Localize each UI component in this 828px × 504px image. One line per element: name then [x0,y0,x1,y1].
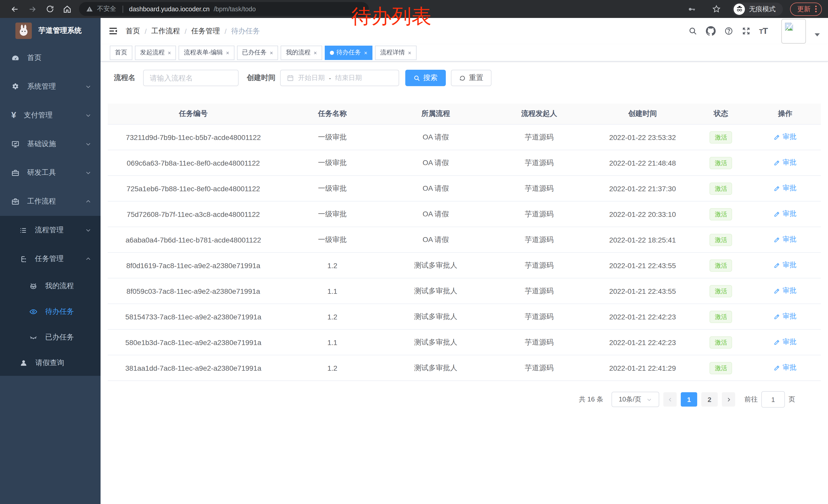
user-icon [19,359,28,367]
approve-link[interactable]: 审批 [774,338,796,347]
breadcrumb-workflow[interactable]: 工作流程 [151,27,180,36]
breadcrumb-home[interactable]: 首页 [126,27,140,36]
address-bar[interactable]: 不安全 dashboard.yudao.iocoder.cn/bpm/task/… [79,2,369,16]
bookmark-star-icon[interactable] [707,2,725,16]
task-time: 2022-01-21 22:42:23 [592,329,692,355]
avatar-dropdown-caret[interactable] [815,33,820,36]
forward-icon[interactable] [24,2,41,16]
approve-link[interactable]: 审批 [774,261,796,270]
approve-link[interactable]: 审批 [774,184,796,193]
approve-link[interactable]: 审批 [774,312,796,321]
next-page-button[interactable] [722,392,735,407]
task-process: 测试多审批人 [386,329,486,355]
approve-link[interactable]: 审批 [774,286,796,295]
search-icon[interactable] [688,27,697,35]
close-icon[interactable]: × [314,49,317,56]
task-name: 一级审批 [279,227,386,253]
table-row: 381aa1dd-7ac8-11ec-a9e2-a2380e71991a 1.2… [108,355,821,381]
incognito-icon [734,3,745,15]
goto-page-input[interactable] [761,391,785,408]
avatar[interactable] [781,19,806,43]
process-name-label: 流程名 [114,73,135,83]
task-process: 测试多审批人 [386,304,486,329]
task-name: 一级审批 [279,150,386,176]
task-id: 58154733-7ac8-11ec-a9e2-a2380e71991a [108,304,279,329]
sidebar-item-process-mgmt[interactable]: 流程管理 [0,216,100,244]
page-size-select[interactable]: 10条/页 [612,392,659,407]
page-button-1[interactable]: 1 [681,392,697,407]
annotation-todo-list: 待办列表 [351,3,431,30]
task-id: 069c6a63-7b8a-11ec-8ef0-acde48001122 [108,150,279,176]
sidebar-item-label: 工作流程 [27,197,56,206]
approve-link[interactable]: 审批 [774,235,796,244]
tab-form-edit[interactable]: 流程表单-编辑× [179,45,235,60]
chevron-up-icon [85,256,91,262]
sidebar-item-task-mgmt[interactable]: 任务管理 [0,244,100,273]
back-icon[interactable] [6,2,24,16]
table-row: 75d72608-7b7f-11ec-a3c8-acde48001122 一级审… [108,201,821,227]
sidebar-item-done-tasks[interactable]: 已办任务 [0,325,100,350]
sidebar-collapse-icon[interactable] [108,26,118,36]
tab-process-detail[interactable]: 流程详情× [375,45,416,60]
tab-done-tasks[interactable]: 已办任务× [237,45,278,60]
chevron-up-icon [85,198,91,204]
close-icon[interactable]: × [408,49,411,56]
pagination: 共 16 条 10条/页 1 2 前往 [108,391,821,408]
sidebar-item-infra[interactable]: 基础设施 [0,130,100,158]
list-icon [19,226,27,234]
sidebar-item-label: 首页 [27,53,42,62]
tab-home[interactable]: 首页 [110,45,132,60]
app-title: 芋道管理系统 [38,26,82,35]
task-name: 1.1 [279,329,386,355]
active-dot [330,50,334,55]
task-time: 2022-01-21 22:41:29 [592,355,692,381]
close-icon[interactable]: × [226,49,229,56]
chrome-update-button[interactable]: 更新 [790,2,822,16]
url-path: /bpm/task/todo [214,5,256,12]
approve-link[interactable]: 审批 [774,363,796,372]
sidebar-item-home[interactable]: 首页 [0,44,100,72]
sidebar-item-payment[interactable]: ¥ 支付管理 [0,101,100,130]
fullscreen-icon[interactable] [742,27,750,35]
refresh-icon [459,75,466,81]
chevron-down-icon [85,170,91,176]
task-process: OA 请假 [386,124,486,150]
navbar: 首页 / 工作流程 / 任务管理 / 待办任务 [100,18,828,44]
help-icon[interactable] [724,27,733,35]
status-badge: 激活 [710,259,732,272]
sidebar-item-devtools[interactable]: 研发工具 [0,158,100,187]
incognito-label: 无痕模式 [749,4,776,13]
reload-icon[interactable] [41,2,58,16]
font-size-icon[interactable]: TT [759,26,768,36]
home-icon[interactable] [58,2,76,16]
sidebar-item-leave-query[interactable]: 请假查询 [0,350,100,376]
tab-start-process[interactable]: 发起流程× [135,45,176,60]
sidebar-item-workflow[interactable]: 工作流程 [0,187,100,216]
tab-todo-tasks[interactable]: 待办任务× [325,45,373,60]
close-icon[interactable]: × [364,49,368,56]
date-range-picker[interactable]: 开始日期 - 结束日期 [280,70,399,86]
key-icon[interactable] [683,2,700,16]
process-name-input[interactable] [143,70,239,86]
browser-menu-icon[interactable] [815,6,817,12]
incognito-badge: 无痕模式 [732,2,783,16]
breadcrumb-task-mgmt[interactable]: 任务管理 [191,27,220,36]
task-name: 1.2 [279,253,386,278]
sidebar-item-system[interactable]: 系统管理 [0,72,100,101]
search-button[interactable]: 搜索 [405,70,446,86]
sidebar-item-todo-tasks[interactable]: 待办任务 [0,299,100,325]
prev-page-button[interactable] [663,392,677,407]
github-icon[interactable] [706,26,715,36]
workflow-submenu: 流程管理 任务管理 我的流程 [0,216,100,376]
sidebar-item-my-process[interactable]: 我的流程 [0,273,100,299]
approve-link[interactable]: 审批 [774,133,796,142]
task-table: 任务编号 任务名称 所属流程 流程发起人 创建时间 状态 操作 73211d9d… [108,103,821,381]
approve-link[interactable]: 审批 [774,210,796,219]
page-button-2[interactable]: 2 [701,392,718,407]
tab-my-process[interactable]: 我的流程× [281,45,322,60]
reset-button[interactable]: 重置 [451,70,492,86]
approve-link[interactable]: 审批 [774,158,796,168]
close-icon[interactable]: × [168,49,171,56]
close-icon[interactable]: × [270,49,273,56]
page-content: 流程名 创建时间 开始日期 - 结束日期 [100,61,828,504]
